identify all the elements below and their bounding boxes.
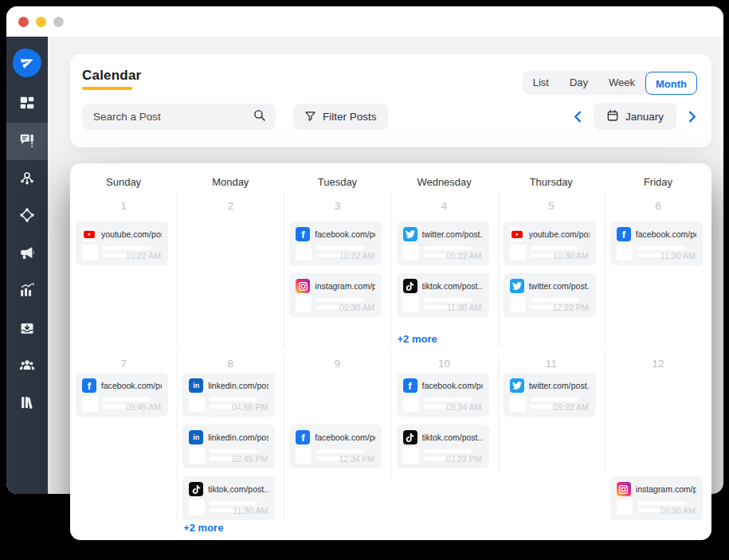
post-card-facebook[interactable]: ffacebook.com/post...09:45 AM <box>76 373 168 417</box>
more-posts-link[interactable]: +2 more <box>398 333 437 345</box>
post-card-facebook[interactable]: ffacebook.com/post...11:30 AM <box>610 221 703 265</box>
post-card-header: ffacebook.com/post... <box>82 378 162 393</box>
post-thumbnail-placeholder <box>617 499 633 515</box>
calendar-cell-4[interactable]: 4twitter.com/post...09:22 AMtiktok.com/p… <box>391 195 498 353</box>
search-input[interactable] <box>92 110 253 123</box>
month-navigator: January <box>573 103 697 130</box>
cell-date-number: 1 <box>70 200 177 212</box>
day-header-monday: Monday <box>177 176 284 188</box>
more-posts-link[interactable]: +2 more <box>183 522 223 534</box>
paper-plane-icon <box>21 55 34 72</box>
twitter-icon <box>510 279 524 293</box>
post-time: 12:34 PM <box>339 454 374 464</box>
app-logo[interactable] <box>13 49 41 77</box>
sidebar-item-network[interactable] <box>6 160 48 198</box>
calendar-cell-12[interactable]: 12instagram.com/post.09:30 AM <box>605 353 711 540</box>
skeleton-line <box>531 298 578 302</box>
post-card-linkedin[interactable]: inlinkedin.com/post...04:55 PM <box>182 373 275 417</box>
linkedin-icon: in <box>189 430 203 444</box>
sidebar-item-posts[interactable] <box>6 123 48 160</box>
skeleton-line <box>424 449 472 453</box>
calendar-cell-2[interactable]: 2 <box>177 195 284 353</box>
cell-date-number: 9 <box>284 358 390 370</box>
calendar-cell-6[interactable]: 6ffacebook.com/post...11:30 AM <box>605 195 711 353</box>
post-time: 11:30 AM <box>233 506 268 515</box>
sidebar-item-audience[interactable] <box>6 347 48 385</box>
cell-date-number: 4 <box>391 200 498 212</box>
skeleton-line <box>531 246 578 250</box>
post-thumbnail-placeholder <box>189 499 205 515</box>
close-window-button[interactable] <box>18 17 29 27</box>
post-time: 09:45 AM <box>126 402 161 412</box>
dashboard-icon <box>18 94 36 115</box>
post-card-twitter[interactable]: twitter.com/post...12:22 PM <box>504 273 596 317</box>
sidebar-item-analytics[interactable] <box>6 272 48 310</box>
cell-date-number: 7 <box>70 358 177 370</box>
skeleton-line <box>210 501 257 505</box>
post-url: youtube.com/post... <box>101 229 162 239</box>
day-header-row: SundayMondayTuesdayWednesdayThursdayFrid… <box>70 176 711 188</box>
post-card-instagram[interactable]: instagram.com/post.09:30 AM <box>610 476 703 520</box>
sidebar-item-planner[interactable] <box>6 198 48 235</box>
post-time: 09:30 AM <box>339 303 374 312</box>
twitter-icon <box>510 378 524 393</box>
tab-week[interactable]: Week <box>598 71 645 95</box>
column-divider <box>284 191 284 348</box>
post-thumbnail-placeholder <box>189 448 205 464</box>
day-header-sunday: Sunday <box>70 176 177 188</box>
sidebar-item-inbox[interactable] <box>6 310 48 347</box>
tiktok-icon <box>403 279 417 293</box>
minimize-window-button[interactable] <box>36 17 46 27</box>
sidebar-item-megaphone[interactable] <box>6 235 48 272</box>
month-selector-button[interactable]: January <box>594 103 676 130</box>
network-icon <box>18 169 36 190</box>
tab-month[interactable]: Month <box>645 72 697 95</box>
post-card-youtube[interactable]: youtube.com/post...10:22 AM <box>76 221 168 265</box>
post-card-twitter[interactable]: twitter.com/post...09:22 AM <box>504 373 596 417</box>
post-url: linkedin.com/post... <box>208 381 268 390</box>
calendar-cell-3[interactable]: 3ffacebook.com/post...10:22 AMinstagram.… <box>284 195 390 353</box>
zoom-window-button[interactable] <box>53 17 64 27</box>
calendar-cell-11[interactable]: 11twitter.com/post...09:22 AM <box>498 353 605 540</box>
skeleton-line <box>424 397 472 401</box>
tab-day[interactable]: Day <box>559 71 598 95</box>
skeleton-line <box>316 246 364 250</box>
post-card-facebook[interactable]: ffacebook.com/post...12:34 PM <box>289 425 382 468</box>
post-card-header: instagram.com/post. <box>617 482 696 496</box>
search-icon <box>253 108 266 125</box>
sidebar-item-library[interactable] <box>6 385 48 422</box>
post-card-header: ffacebook.com/post... <box>296 430 375 444</box>
post-card-tiktok[interactable]: tiktok.com/post...03:22 PM <box>397 425 489 468</box>
post-time: 09:30 AM <box>660 506 695 515</box>
post-card-facebook[interactable]: ffacebook.com/post...10:22 AM <box>289 221 382 265</box>
calendar-cell-10[interactable]: 10ffacebook.com/post...09:34 AMtiktok.co… <box>391 353 498 540</box>
calendar-cell-1[interactable]: 1youtube.com/post...10:22 AM <box>70 195 177 353</box>
filter-posts-button[interactable]: Filter Posts <box>293 104 388 130</box>
calendar-cell-9[interactable]: 9ffacebook.com/post...12:34 PM <box>284 353 390 540</box>
previous-month-button[interactable] <box>573 110 582 123</box>
post-card-twitter[interactable]: twitter.com/post...09:22 AM <box>397 221 489 265</box>
post-url: tiktok.com/post... <box>422 281 483 291</box>
post-card-header: ffacebook.com/post... <box>617 227 696 241</box>
column-divider <box>177 191 178 348</box>
facebook-icon: f <box>403 378 417 393</box>
post-card-tiktok[interactable]: tiktok.com/post...11:30 AM <box>397 273 489 317</box>
column-divider <box>177 353 178 520</box>
calendar-cell-5[interactable]: 5youtube.com/post...10:30 AMtwitter.com/… <box>498 195 605 353</box>
tab-list[interactable]: List <box>523 71 559 95</box>
post-card-tiktok[interactable]: tiktok.com/post...11:30 AM <box>182 476 275 520</box>
search-post-field[interactable] <box>82 104 276 130</box>
next-month-button[interactable] <box>688 110 697 123</box>
calendar-header-panel: Calendar ListDayWeekMonth Filter Posts <box>70 54 711 147</box>
sidebar-item-dashboard[interactable] <box>6 85 48 123</box>
post-card-instagram[interactable]: instagram.com/post.09:30 AM <box>289 273 382 317</box>
post-card-facebook[interactable]: ffacebook.com/post...09:34 AM <box>397 373 489 417</box>
post-url: twitter.com/post... <box>529 381 590 390</box>
post-card-linkedin[interactable]: inlinkedin.com/post...03:45 PM <box>182 425 275 468</box>
post-card-youtube[interactable]: youtube.com/post...10:30 AM <box>504 221 596 265</box>
calendar-cell-8[interactable]: 8inlinkedin.com/post...04:55 PMinlinkedi… <box>177 353 284 540</box>
post-thumbnail-placeholder <box>82 396 98 412</box>
calendar-cell-7[interactable]: 7ffacebook.com/post...09:45 AM <box>70 353 177 540</box>
post-card-header: tiktok.com/post... <box>403 279 483 293</box>
column-divider <box>284 353 284 520</box>
